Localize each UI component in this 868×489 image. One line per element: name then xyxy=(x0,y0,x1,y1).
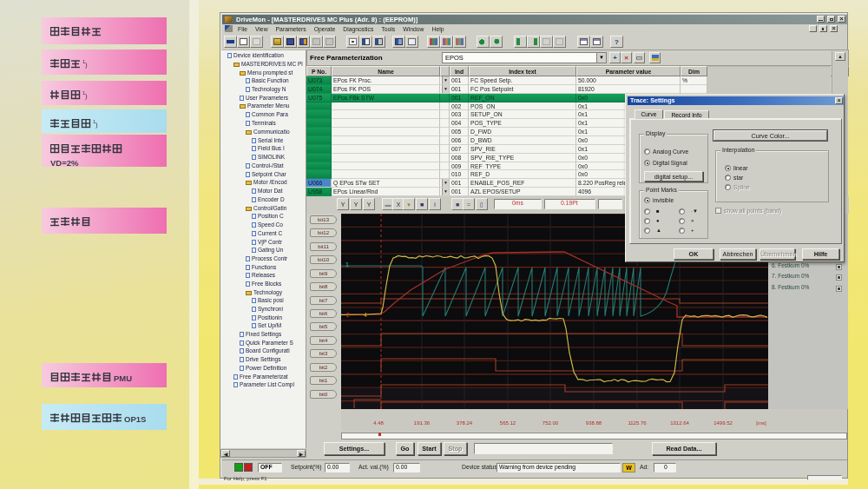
svg-text:PMU: PMU xyxy=(114,373,132,383)
svg-text:): ) xyxy=(95,121,98,129)
svg-text:1: 1 xyxy=(345,261,349,268)
svg-text:2: 2 xyxy=(346,312,350,318)
svg-text:): ) xyxy=(85,92,88,100)
svg-text:): ) xyxy=(85,61,88,69)
svg-text:4: 4 xyxy=(364,312,367,318)
svg-text:OP1S: OP1S xyxy=(124,414,146,424)
